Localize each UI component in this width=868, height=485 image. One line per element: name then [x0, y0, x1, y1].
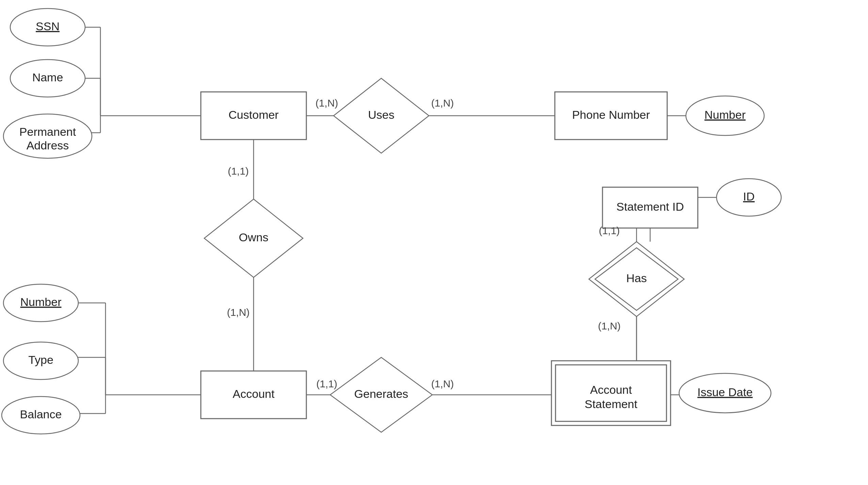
attr-phone-number-label: Number	[705, 108, 746, 121]
entity-account-statement-label2: Statement	[585, 398, 638, 410]
card-generates-statement: (1,N)	[431, 378, 454, 389]
attr-type-label: Type	[28, 353, 53, 366]
attr-ssn-label: SSN	[36, 20, 60, 33]
entity-customer-label: Customer	[228, 108, 278, 121]
card-customer-uses: (1,N)	[316, 97, 338, 109]
card-account-generates: (1,1)	[316, 378, 337, 389]
card-owns-account: (1,N)	[227, 307, 250, 318]
entity-statement-id-label: Statement ID	[616, 200, 684, 213]
entity-phone-number-label: Phone Number	[572, 108, 650, 121]
attr-issue-date-label: Issue Date	[697, 386, 753, 399]
relationship-uses-label: Uses	[368, 108, 394, 121]
card-statementid-has: (1,1)	[599, 225, 620, 236]
attr-id-label: ID	[743, 190, 755, 203]
attr-account-number-label: Number	[20, 295, 62, 308]
attr-perm-addr-label1: Permanent	[19, 125, 76, 138]
attr-perm-addr-label2: Address	[27, 139, 69, 152]
card-customer-owns: (1,1)	[228, 165, 249, 177]
relationship-has-label: Has	[626, 272, 647, 285]
er-diagram: Customer Phone Number Account Account St…	[0, 0, 868, 485]
card-uses-phone: (1,N)	[431, 97, 454, 109]
attr-balance-label: Balance	[20, 408, 62, 421]
entity-account-label: Account	[233, 387, 275, 400]
card-has-statement: (1,N)	[598, 320, 621, 332]
relationship-owns-label: Owns	[239, 231, 269, 244]
relationship-generates-label: Generates	[354, 387, 408, 400]
entity-account-statement-label1: Account	[590, 383, 632, 396]
attr-name-label: Name	[32, 71, 63, 84]
